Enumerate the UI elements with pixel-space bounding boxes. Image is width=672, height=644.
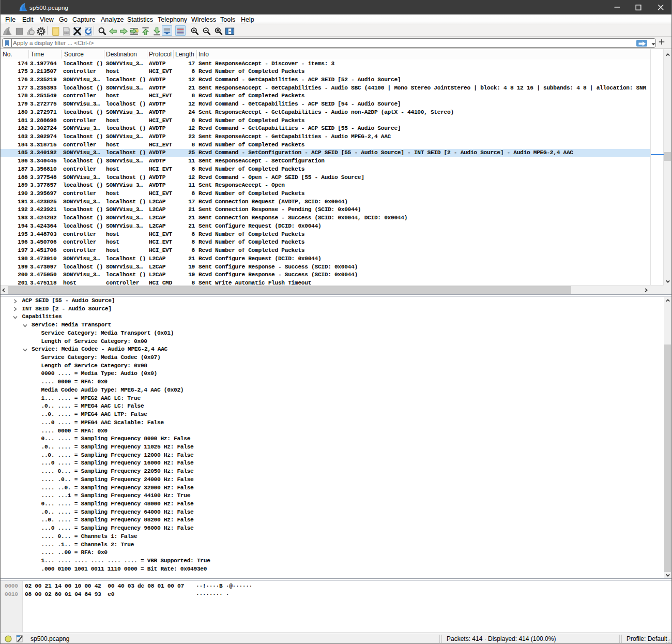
svg-text:010: 010 xyxy=(65,32,69,34)
